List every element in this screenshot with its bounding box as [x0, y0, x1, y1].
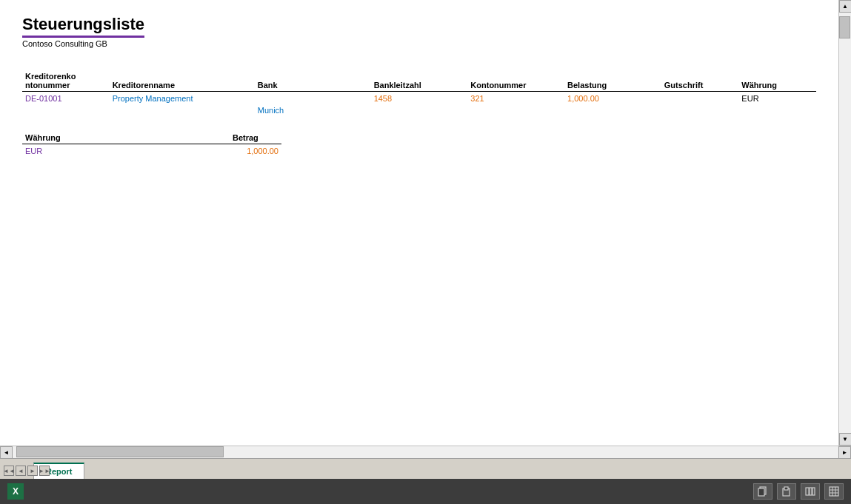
- report-title: Steuerungsliste: [22, 15, 144, 38]
- sheet-last-button[interactable]: ►►: [39, 466, 50, 476]
- col-header-belastung: Belastung: [564, 70, 661, 92]
- report-subtitle: Contoso Consulting GB: [22, 39, 816, 48]
- excel-icon: X: [7, 483, 24, 500]
- sheet-next-button[interactable]: ►: [27, 466, 38, 476]
- horizontal-scrollbar[interactable]: ◄ ►: [0, 446, 851, 458]
- svg-rect-4: [806, 488, 809, 495]
- sheet-prev-button[interactable]: ◄: [16, 466, 26, 476]
- summary-cell-betrag: 1,000.00: [230, 144, 281, 158]
- main-table: Kreditorenko ntonummer Kreditorenname Ba…: [22, 70, 816, 117]
- cell-kreditorenkontonummer: DE-01001: [22, 92, 110, 118]
- report-content[interactable]: Steuerungsliste Contoso Consulting GB Kr…: [0, 0, 838, 446]
- hscrollbar-right-button[interactable]: ►: [838, 446, 851, 459]
- cell-kontonummer: 321: [467, 92, 564, 118]
- sheet-first-button[interactable]: ◄◄: [4, 466, 14, 476]
- col-header-kreditorenname: Kreditorenname: [110, 70, 255, 92]
- taskbar: X: [0, 479, 851, 504]
- svg-rect-7: [830, 487, 838, 496]
- taskbar-btn-3[interactable]: [801, 483, 820, 500]
- sheet-nav-arrows: ◄◄ ◄ ► ►►: [4, 466, 50, 476]
- svg-rect-3: [784, 487, 788, 490]
- svg-rect-1: [758, 488, 764, 496]
- summary-row: EUR 1,000.00: [22, 144, 281, 158]
- cell-kreditorenname: Property Management: [110, 92, 255, 118]
- summary-table: Währung Betrag EUR: [22, 132, 281, 158]
- hscrollbar-left-button[interactable]: ◄: [0, 446, 13, 459]
- cell-bankleitzahl: 1458: [371, 92, 468, 118]
- summary-col-header-waehrung: Währung: [22, 132, 230, 144]
- taskbar-left: X: [7, 483, 24, 500]
- col-header-gutschrift: Gutschrift: [661, 70, 739, 92]
- col-header-kreditorenkontonummer: Kreditorenko ntonummer: [22, 70, 110, 92]
- col-header-bank: Bank: [255, 70, 371, 92]
- hscrollbar-thumb[interactable]: [16, 446, 224, 457]
- main-table-section: Kreditorenko ntonummer Kreditorenname Ba…: [22, 70, 816, 117]
- summary-cell-waehrung: EUR: [22, 144, 230, 158]
- report-area: Steuerungsliste Contoso Consulting GB Kr…: [0, 0, 851, 446]
- bottom-tabs: ◄◄ ◄ ► ►► Report: [0, 458, 851, 479]
- scrollbar-up-button[interactable]: ▲: [839, 0, 852, 13]
- cell-bank: EUROBANK Munich: [255, 92, 371, 118]
- main-wrapper: Steuerungsliste Contoso Consulting GB Kr…: [0, 0, 851, 504]
- cell-waehrung: EUR: [738, 92, 816, 118]
- taskbar-right: [753, 483, 844, 500]
- summary-col-header-betrag: Betrag: [230, 132, 281, 144]
- col-header-waehrung: Währung: [738, 70, 816, 92]
- taskbar-btn-1[interactable]: [753, 483, 772, 500]
- scrollbar-track[interactable]: [839, 13, 851, 433]
- cell-gutschrift: [661, 92, 739, 118]
- cell-belastung: 1,000.00: [564, 92, 661, 118]
- taskbar-btn-2[interactable]: [777, 483, 796, 500]
- col-header-bankleitzahl: Bankleitzahl: [371, 70, 468, 92]
- vertical-scrollbar[interactable]: ▲ ▼: [838, 0, 851, 446]
- scrollbar-down-button[interactable]: ▼: [839, 433, 852, 446]
- col-header-kontonummer: Kontonummer: [467, 70, 564, 92]
- taskbar-btn-4[interactable]: [824, 483, 844, 500]
- svg-rect-5: [810, 488, 812, 495]
- hscrollbar-track[interactable]: [13, 446, 838, 458]
- svg-rect-6: [812, 488, 815, 495]
- summary-section: Währung Betrag EUR: [22, 132, 816, 158]
- table-row: DE-01001 Property Management EUROBANK Mu…: [22, 92, 816, 118]
- scrollbar-thumb[interactable]: [839, 16, 850, 38]
